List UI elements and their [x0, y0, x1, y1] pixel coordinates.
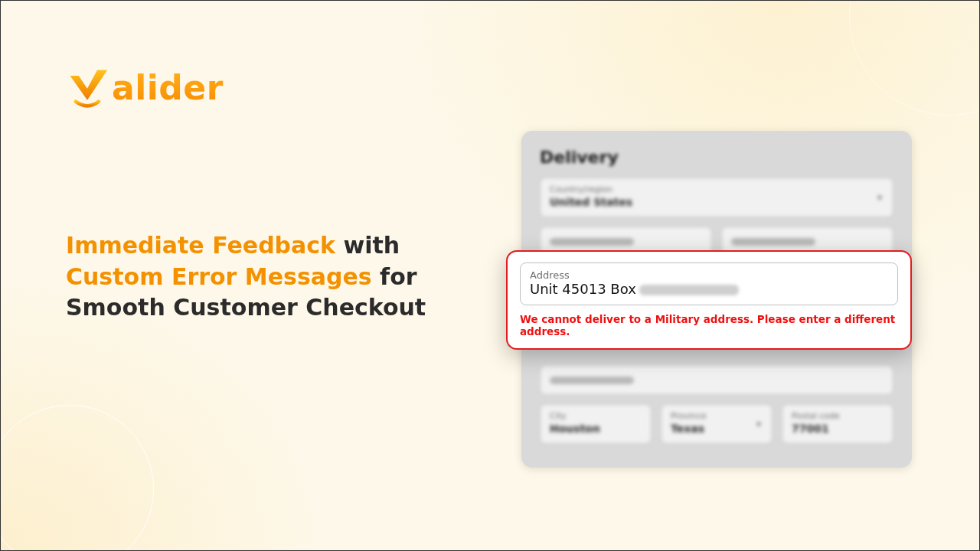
address-value: Unit 45013 Box	[530, 281, 888, 297]
brand-wordmark: alider	[112, 68, 224, 107]
country-label: Country/region	[550, 184, 884, 194]
redacted-text	[550, 377, 634, 384]
decorative-circle	[0, 405, 154, 551]
postal-value: 77001	[792, 422, 829, 435]
brand-logo: alider	[66, 66, 224, 109]
address2-field[interactable]	[540, 365, 893, 395]
province-label: Province	[671, 411, 763, 421]
headline-accent-1: Immediate Feedback	[66, 232, 335, 259]
address-label: Address	[530, 269, 888, 281]
country-select[interactable]: Country/region United States ▾	[540, 178, 893, 217]
city-label: City	[550, 411, 642, 421]
delivery-title: Delivery	[540, 148, 893, 167]
redacted-text	[639, 285, 739, 295]
address-error-panel: Address Unit 45013 Box We cannot deliver…	[506, 250, 912, 350]
postal-field[interactable]: Postal code 77001	[782, 404, 893, 444]
address-input[interactable]: Address Unit 45013 Box	[520, 262, 898, 305]
decorative-circle	[849, 0, 980, 116]
decorative-arc	[826, 458, 980, 551]
redacted-text	[731, 238, 815, 246]
address-error-message: We cannot deliver to a Military address.…	[520, 313, 898, 337]
city-field[interactable]: City Houston	[540, 404, 652, 444]
logo-checkmark-icon	[66, 66, 109, 109]
headline: Immediate Feedback with Custom Error Mes…	[66, 230, 449, 324]
city-value: Houston	[550, 422, 600, 435]
province-select[interactable]: Province Texas ▾	[661, 404, 773, 444]
headline-accent-2: Custom Error Messages	[66, 263, 372, 290]
chevron-down-icon: ▾	[756, 419, 761, 429]
country-value: United States	[550, 196, 632, 208]
province-value: Texas	[671, 422, 704, 435]
chevron-down-icon: ▾	[877, 192, 882, 203]
redacted-text	[550, 238, 634, 246]
postal-label: Postal code	[792, 411, 884, 421]
